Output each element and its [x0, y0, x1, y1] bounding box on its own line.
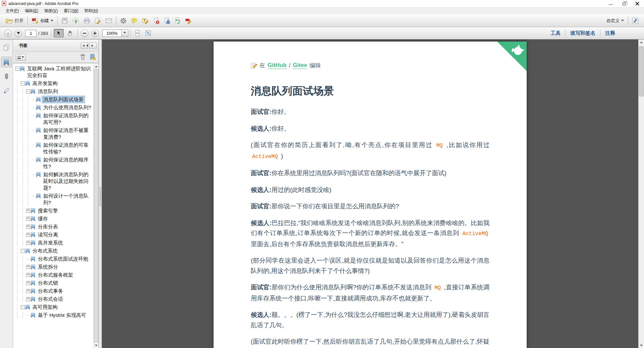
- close-button[interactable]: [631, 0, 644, 7]
- bookmark-label[interactable]: 高并发架构: [32, 80, 59, 87]
- bookmark-item[interactable]: 如何设计一个消息队列?: [15, 192, 93, 207]
- delete-pages-button[interactable]: [151, 16, 162, 25]
- bookmark-label[interactable]: 搜索引擎: [37, 207, 59, 214]
- scrollbar-thumb[interactable]: [94, 69, 98, 343]
- github-link[interactable]: GitHub: [268, 62, 287, 69]
- bookmark-label[interactable]: 如何解决消息队列的延时以及过期失效问题?: [42, 171, 93, 191]
- panel-splitter[interactable]: [99, 40, 102, 348]
- menu-item[interactable]: 视图(V): [41, 7, 61, 14]
- bookmark-item[interactable]: +分库分表: [15, 223, 93, 231]
- expand-expander-icon[interactable]: +: [26, 209, 30, 213]
- bookmark-item[interactable]: 如何保证消息不被重复消费?: [15, 126, 93, 141]
- zoom-level-value[interactable]: 100%: [102, 29, 122, 37]
- task-button[interactable]: 填写和签名: [566, 29, 600, 38]
- delete-bookmark-button[interactable]: [80, 54, 86, 61]
- bookmark-label[interactable]: 消息队列面试场景: [42, 96, 84, 103]
- bookmark-item[interactable]: -高并发架构: [15, 79, 93, 87]
- menu-item[interactable]: 帮助(H): [81, 7, 101, 14]
- bookmark-item[interactable]: +分布式事务: [15, 287, 93, 295]
- print-button[interactable]: [81, 16, 92, 25]
- expand-toolbar-button[interactable]: [630, 16, 641, 25]
- collapse-expander-icon[interactable]: -: [21, 81, 25, 85]
- bookmark-label[interactable]: 为什么使用消息队列?: [42, 104, 92, 111]
- share-upload-button[interactable]: [70, 16, 81, 25]
- collapse-expander-icon[interactable]: -: [26, 89, 30, 93]
- zoom-dropdown-button[interactable]: [122, 29, 128, 37]
- bookmark-label[interactable]: 分布式会话: [37, 296, 64, 302]
- bookmark-label[interactable]: 分布式事务: [37, 288, 64, 294]
- collapse-expander-icon[interactable]: -: [21, 249, 25, 253]
- fill-sign-form-button[interactable]: [183, 16, 194, 25]
- bookmark-item[interactable]: +分布式锁: [15, 279, 93, 287]
- collapse-panel-button[interactable]: [81, 43, 88, 49]
- bookmark-item[interactable]: 如何保证消息的可靠性传输?: [15, 141, 93, 156]
- bookmark-label[interactable]: 高并发系统: [37, 239, 64, 246]
- bookmark-item[interactable]: 消息队列面试场景: [15, 95, 93, 103]
- collapse-expander-icon[interactable]: -: [21, 305, 25, 309]
- menu-item[interactable]: 编辑(E): [22, 7, 41, 14]
- task-button[interactable]: 工具: [546, 29, 565, 38]
- preferences-button[interactable]: [118, 16, 129, 25]
- expand-expander-icon[interactable]: +: [26, 225, 30, 229]
- bookmark-label[interactable]: 如何保证消息的可靠性传输?: [42, 142, 93, 155]
- bookmark-label[interactable]: 读写分离: [37, 231, 59, 238]
- scroll-up-button[interactable]: [639, 40, 644, 45]
- zoom-in-button[interactable]: [91, 29, 99, 37]
- bookmark-label[interactable]: 分布式系统: [32, 248, 59, 254]
- bookmark-item[interactable]: -分布式系统: [15, 247, 93, 255]
- expand-expander-icon[interactable]: +: [26, 297, 30, 301]
- panel-menu-button[interactable]: [89, 43, 97, 49]
- expand-expander-icon[interactable]: +: [26, 289, 30, 293]
- expand-expander-icon[interactable]: +: [26, 281, 30, 285]
- select-tool-button[interactable]: [54, 29, 64, 38]
- bookmark-item[interactable]: +搜索引擎: [15, 207, 93, 215]
- document-scrollbar[interactable]: [638, 40, 644, 348]
- page-thumbnails-tab[interactable]: [1, 42, 12, 53]
- bookmark-label[interactable]: 互联网 Java 工程师进阶知识完全扫盲: [26, 65, 93, 79]
- previous-page-button[interactable]: [4, 29, 12, 37]
- menu-item[interactable]: 文件(F): [3, 7, 22, 14]
- bookmark-item[interactable]: 为什么使用消息队列?: [15, 103, 93, 112]
- sticky-note-button[interactable]: [129, 16, 140, 25]
- scroll-down-button[interactable]: [639, 343, 644, 348]
- bookmark-label[interactable]: 分布式系统面试连环炮: [37, 256, 89, 262]
- scroll-up-button[interactable]: [94, 64, 99, 69]
- scrolling-mode-button[interactable]: [132, 29, 143, 38]
- bookmark-item[interactable]: +系统拆分: [15, 263, 93, 271]
- save-button[interactable]: [59, 16, 70, 25]
- bookmark-item[interactable]: 如何保证消息队列的高可用?: [15, 112, 93, 126]
- expand-expander-icon[interactable]: +: [26, 273, 30, 277]
- bookmarks-tab[interactable]: [1, 57, 12, 67]
- attachments-tab[interactable]: [1, 71, 12, 82]
- bookmarks-options-button[interactable]: [16, 54, 26, 61]
- new-bookmark-button[interactable]: [89, 54, 96, 61]
- task-button[interactable]: 注释: [600, 29, 620, 38]
- fit-window-button[interactable]: [143, 29, 154, 38]
- bookmark-label[interactable]: 分库分表: [37, 223, 59, 230]
- splitter-grip[interactable]: [100, 187, 101, 206]
- bookmark-item[interactable]: +分布式服务框架: [15, 271, 93, 279]
- bookmark-item[interactable]: +高并发系统: [15, 239, 93, 247]
- bookmark-item[interactable]: 如何保证消息的顺序性?: [15, 156, 93, 170]
- bookmark-item[interactable]: +分布式会话: [15, 295, 93, 303]
- send-email-button[interactable]: [103, 17, 114, 25]
- open-button[interactable]: 打开: [3, 17, 26, 25]
- bookmark-item[interactable]: -高可用架构: [15, 303, 93, 311]
- bookmark-item[interactable]: -消息队列: [15, 87, 93, 95]
- bookmark-item[interactable]: -互联网 Java 工程师进阶知识完全扫盲: [15, 65, 93, 79]
- bookmark-item[interactable]: 基于 Hystrix 实现高可: [15, 311, 93, 319]
- signatures-tab[interactable]: [1, 85, 12, 96]
- customize-button[interactable]: 自定义: [604, 17, 626, 25]
- export-pdf-button[interactable]: [172, 16, 183, 25]
- hand-tool-button[interactable]: [65, 29, 75, 38]
- bookmark-label[interactable]: 高可用架构: [32, 304, 59, 310]
- restore-button[interactable]: [617, 0, 631, 7]
- expand-expander-icon[interactable]: +: [26, 265, 30, 269]
- bookmark-item[interactable]: +缓存: [15, 215, 93, 223]
- bookmark-label[interactable]: 如何设计一个消息队列?: [42, 193, 93, 206]
- bookmark-label[interactable]: 缓存: [37, 215, 49, 222]
- bookmark-item[interactable]: 分布式系统面试连环炮: [15, 255, 93, 263]
- protect-pdf-button[interactable]: [162, 16, 172, 25]
- expand-expander-icon[interactable]: +: [26, 233, 30, 237]
- next-page-button[interactable]: [14, 29, 22, 37]
